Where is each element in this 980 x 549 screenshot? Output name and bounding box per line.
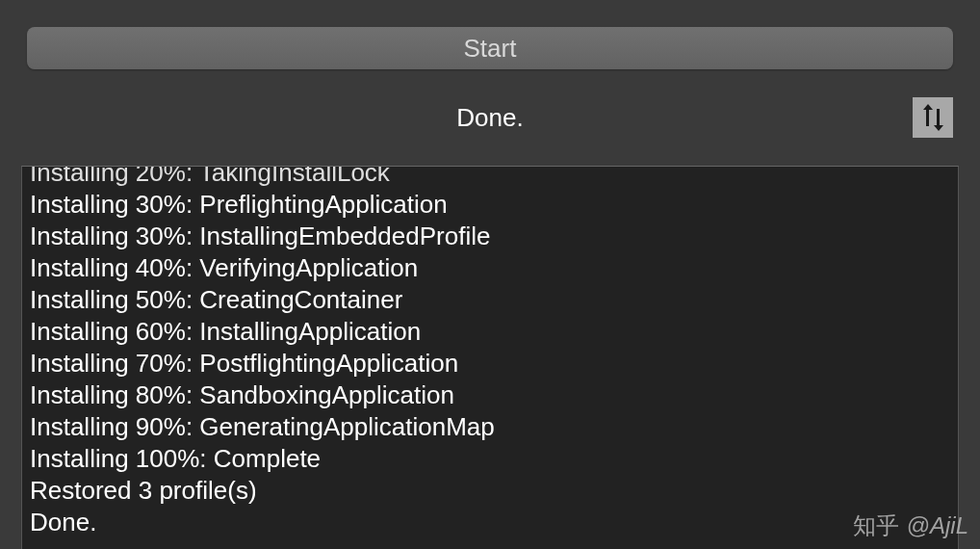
log-line: Installing 80%: SandboxingApplication bbox=[30, 379, 950, 411]
log-line: Installing 60%: InstallingApplication bbox=[30, 316, 950, 348]
log-line: Installing 100%: Complete bbox=[30, 443, 950, 475]
log-line: Installing 40%: VerifyingApplication bbox=[30, 252, 950, 284]
log-line: Restored 3 profile(s) bbox=[30, 475, 950, 507]
log-line: Installing 30%: PreflightingApplication bbox=[30, 189, 950, 221]
log-line: Done. bbox=[30, 507, 950, 538]
log-line: Installing 90%: GeneratingApplicationMap bbox=[30, 411, 950, 443]
log-output: Installing 20%: TakingInstallLock Instal… bbox=[21, 166, 959, 549]
sort-button[interactable] bbox=[913, 97, 953, 138]
start-button[interactable]: Start bbox=[27, 27, 953, 69]
status-row: Done. bbox=[0, 96, 980, 139]
log-line: Installing 50%: CreatingContainer bbox=[30, 284, 950, 316]
sort-icon bbox=[923, 106, 942, 129]
watermark: 知乎 @AjiL bbox=[853, 510, 968, 541]
status-text: Done. bbox=[456, 103, 523, 133]
log-line: Installing 20%: TakingInstallLock bbox=[30, 166, 950, 189]
log-line: Installing 30%: InstallingEmbeddedProfil… bbox=[30, 221, 950, 252]
watermark-handle: @AjiL bbox=[907, 512, 968, 539]
zhihu-logo: 知乎 bbox=[853, 510, 899, 541]
log-line: Installing 70%: PostflightingApplication bbox=[30, 348, 950, 379]
